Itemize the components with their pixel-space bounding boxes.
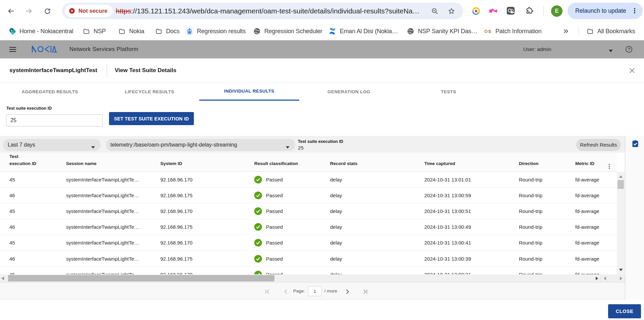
extension-qa-button[interactable] <box>472 7 480 15</box>
address-bar[interactable]: Not secure https://135.121.151.243/web/d… <box>62 3 463 19</box>
next-page-button[interactable] <box>345 289 350 294</box>
scroll-right-icon[interactable] <box>595 276 599 280</box>
folder-icon <box>586 28 594 35</box>
dialog-close-button[interactable] <box>628 66 636 74</box>
back-button[interactable] <box>6 6 16 16</box>
extension-pink-button[interactable] <box>489 7 497 15</box>
puzzle-icon <box>525 6 534 15</box>
table-cell: fd-average <box>575 240 617 246</box>
dropdown-caret-icon <box>91 144 95 150</box>
table-cell: 92.168.96.170 <box>160 208 254 214</box>
pinned-scroll-right-icon[interactable] <box>619 276 623 280</box>
user-caret-icon[interactable] <box>609 48 613 54</box>
table-row[interactable]: 45systemInterfaceTwampLightTe…92.168.96.… <box>0 172 617 188</box>
bookmark-confluence[interactable]: Eman Al Disi (Nokia… <box>329 22 398 40</box>
table-row[interactable]: 45systemInterfaceTwampLightTe…92.168.96.… <box>0 235 617 251</box>
bookmark-label: NSP Sanity KPI Das… <box>418 28 477 35</box>
bookmark-nsp-folder[interactable]: NSP <box>83 22 106 40</box>
col-session-name[interactable]: Session name <box>66 160 160 171</box>
bookmark-nokia-folder[interactable]: Nokia <box>118 22 144 40</box>
tab-lifecycle-results[interactable]: LIFECYCLE RESULTS <box>100 83 199 101</box>
url-scheme: https <box>116 7 131 15</box>
bookmark-regression-results[interactable]: Regression results <box>186 22 246 40</box>
col-time-captured[interactable]: Time captured <box>424 160 519 171</box>
tab-bar: AGGREGATED RESULTS LIFECYCLE RESULTS IND… <box>0 83 644 101</box>
page-count-label: / more <box>324 282 337 300</box>
set-exec-id-button[interactable]: SET TEST SUITE EXECUTION ID <box>109 112 194 125</box>
exec-id-input[interactable] <box>6 114 103 126</box>
vertical-scrollbar[interactable] <box>617 172 625 274</box>
bookmark-home-nokiacentral[interactable]: s Home - Nokiacentral <box>8 22 73 40</box>
column-menu-button[interactable] <box>605 162 613 170</box>
security-chip[interactable]: Not secure <box>65 5 113 17</box>
forward-button[interactable] <box>24 6 34 16</box>
tab-aggregated-results[interactable]: AGGREGATED RESULTS <box>0 83 100 101</box>
svg-text:s: s <box>11 29 12 32</box>
table-cell: 92.168.96.170 <box>160 177 254 182</box>
menu-button[interactable] <box>9 45 17 53</box>
table-row[interactable]: 45systemInterfaceTwampLightTe…92.168.96.… <box>0 267 617 274</box>
bookmark-label: Eman Al Disi (Nokia… <box>340 28 398 35</box>
tab-tests[interactable]: TESTS <box>399 83 498 101</box>
bookmark-docs-folder[interactable]: Docs <box>155 22 179 40</box>
last-page-icon <box>363 289 368 294</box>
page-input[interactable] <box>308 286 322 296</box>
table-row[interactable]: 46systemInterfaceTwampLightTe…92.168.96.… <box>0 219 617 235</box>
table-cell: 45 <box>9 177 66 182</box>
screen: Not secure https://135.121.151.243/web/d… <box>0 0 644 320</box>
vertical-scroll-thumb[interactable] <box>618 180 624 189</box>
table-row[interactable]: 46systemInterfaceTwampLightTe…92.168.96.… <box>0 251 617 267</box>
horizontal-scrollbar[interactable] <box>0 274 625 282</box>
filter-bar: Last 7 days telemetry:/base/oam-pm/twamp… <box>0 136 625 153</box>
scroll-up-icon[interactable] <box>619 174 623 178</box>
bookmark-label: Patch Information <box>495 28 542 35</box>
relaunch-button[interactable]: Relaunch to update <box>568 3 643 19</box>
refresh-results-button[interactable]: Refresh Results <box>576 139 621 151</box>
next-page-icon <box>345 289 350 294</box>
last-page-button[interactable] <box>362 289 368 294</box>
table-row[interactable]: 45systemInterfaceTwampLightTe…92.168.96.… <box>0 203 617 219</box>
telemetry-select[interactable]: telemetry:/base/oam-pm/twamp-light-delay… <box>106 139 295 151</box>
prev-page-button[interactable] <box>283 289 288 294</box>
col-record-stats[interactable]: Record stats <box>330 160 424 171</box>
col-result-classification[interactable]: Result classification <box>254 160 330 171</box>
browser-menu-button[interactable] <box>631 7 639 15</box>
scroll-down-icon[interactable] <box>619 268 623 272</box>
bookmark-regression-scheduler[interactable]: Regression Scheduler <box>253 22 322 40</box>
table-cell: 2024-10-31 13:00:39 <box>424 256 519 262</box>
band-exec-id-value: 25 <box>298 145 304 151</box>
pinned-scroll-left-icon[interactable] <box>603 276 607 280</box>
time-range-select[interactable]: Last 7 days <box>3 139 101 151</box>
col-test-execution-id[interactable]: Test execution ID <box>9 153 40 171</box>
scroll-left-icon[interactable] <box>1 276 5 280</box>
user-menu[interactable]: User: admin <box>523 40 551 58</box>
url-rest: ://135.121.151.243/web/dca-management/oa… <box>131 7 420 15</box>
bookmark-patch-information[interactable]: OS Patch Information <box>484 22 542 40</box>
horizontal-scroll-thumb[interactable] <box>8 275 274 281</box>
first-page-button[interactable] <box>265 289 270 294</box>
avatar[interactable]: E <box>551 5 562 17</box>
extension-capture-button[interactable] <box>506 6 515 15</box>
reload-button[interactable] <box>43 6 52 16</box>
table-row[interactable]: 46systemInterfaceTwampLightTe…92.168.96.… <box>0 188 617 203</box>
help-button[interactable]: ? <box>625 46 633 53</box>
bookmark-nsp-sanity-kpi[interactable]: NSP Sanity KPI Das… <box>407 22 477 40</box>
band-exec-id-label: Test suite execution ID <box>298 139 343 144</box>
col-direction[interactable]: Direction <box>519 160 575 171</box>
clipboard-check-icon[interactable] <box>632 140 639 149</box>
passed-check-icon <box>254 207 262 215</box>
all-bookmarks-button[interactable]: All Bookmarks <box>586 22 635 40</box>
extensions-menu-button[interactable] <box>525 6 534 15</box>
zoom-icon <box>431 7 438 15</box>
bookmark-star-button[interactable] <box>447 7 455 15</box>
close-button[interactable]: CLOSE <box>608 304 641 318</box>
tab-generation-log[interactable]: GENERATION LOG <box>299 83 399 101</box>
hamburger-icon <box>9 47 16 52</box>
table-cell: 92.168.96.170 <box>160 240 254 246</box>
svg-text:O: O <box>484 29 488 34</box>
result-classification-value: Passed <box>266 177 283 182</box>
tab-individual-results[interactable]: INDIVIDUAL RESULTS <box>199 83 299 101</box>
col-system-id[interactable]: System ID <box>160 160 254 171</box>
zoom-button[interactable] <box>430 7 439 15</box>
bookmarks-overflow-button[interactable] <box>562 22 570 40</box>
